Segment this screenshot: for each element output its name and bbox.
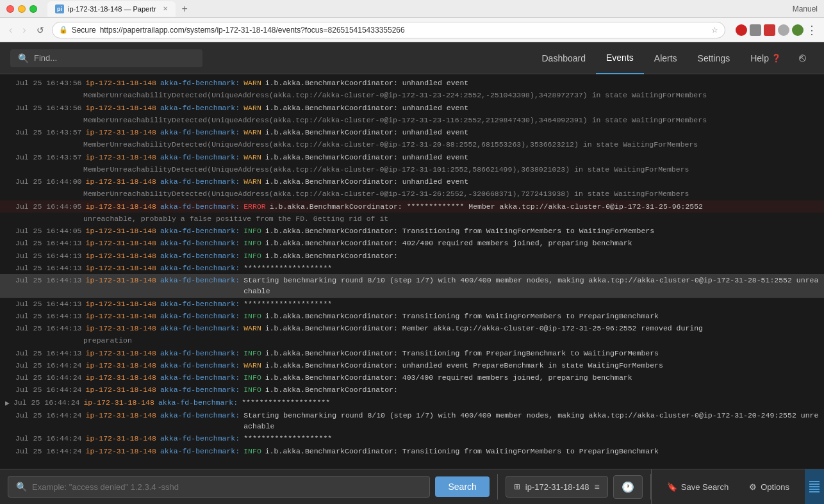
app-header: 🔍 Find... Dashboard Events Alerts Settin…: [0, 42, 824, 74]
header-search-bar[interactable]: 🔍 Find...: [10, 49, 202, 67]
ext-icon-1[interactable]: [736, 24, 747, 36]
log-app: akka-fd-benchmark:: [160, 275, 240, 297]
nav-settings[interactable]: Settings: [688, 42, 741, 74]
log-app: akka-fd-benchmark:: [160, 263, 240, 273]
list-icon: ≡: [595, 482, 600, 492]
log-app: akka-fd-benchmark:: [160, 348, 240, 359]
log-timestamp: Jul 25 16:44:13: [15, 348, 82, 359]
search-icon: 🔍: [18, 53, 29, 63]
nav-dashboard[interactable]: Dashboard: [532, 42, 597, 74]
log-host: ip-172-31-18-148: [86, 384, 156, 395]
reload-button[interactable]: ↺: [34, 24, 47, 37]
address-bar[interactable]: 🔒 Secure https://papertrailapp.com/syste…: [52, 22, 725, 38]
log-timestamp: Jul 25 16:44:13: [15, 323, 82, 334]
search-input[interactable]: [32, 482, 422, 492]
log-continuation: MemberUnreachabilityDetected(UniqueAddre…: [0, 163, 824, 175]
log-host: ip-172-31-18-148: [86, 152, 156, 163]
options-button[interactable]: ⚙ Options: [741, 477, 797, 497]
log-timestamp: Jul 25 16:43:57: [15, 127, 82, 138]
log-host: ip-172-31-18-148: [86, 372, 156, 383]
sidebar-line-1: [809, 481, 820, 482]
minimize-button[interactable]: [18, 5, 26, 13]
tab-close-icon[interactable]: ✕: [163, 5, 168, 12]
log-host: ip-172-31-18-148: [86, 127, 156, 138]
save-section: 🔖 Save Search ⚙ Options: [651, 469, 805, 504]
ext-icon-3[interactable]: [764, 24, 775, 36]
sidebar-right[interactable]: [805, 469, 824, 504]
sidebar-line-5: [809, 491, 820, 492]
log-timestamp: Jul 25 16:44:24: [13, 397, 80, 409]
sidebar-line-3: [809, 486, 820, 487]
log-host: ip-172-31-18-148: [86, 446, 156, 457]
search-button[interactable]: Search: [435, 476, 489, 497]
log-timestamp: Jul 25 16:44:05: [15, 201, 82, 212]
log-timestamp: Jul 25 16:44:13: [15, 275, 82, 297]
nav-events[interactable]: Events: [596, 42, 644, 74]
log-line: Jul 25 16:44:13 ip-172-31-18-148 akka-fd…: [0, 250, 824, 262]
log-timestamp: Jul 25 16:44:00: [15, 176, 82, 187]
sidebar-line-4: [809, 489, 820, 490]
system-section: ⊞ ip-172-31-18-148 ≡ 🕐: [498, 475, 650, 499]
back-button[interactable]: ‹: [6, 23, 15, 37]
log-timestamp: Jul 25 16:44:24: [15, 384, 82, 395]
expand-icon[interactable]: ▶: [5, 398, 10, 409]
log-timestamp: Jul 25 16:44:05: [15, 225, 82, 236]
nav-alerts[interactable]: Alerts: [644, 42, 688, 74]
log-app: akka-fd-benchmark:: [160, 360, 240, 371]
log-host: ip-172-31-18-148: [86, 410, 156, 432]
login-icon[interactable]: ⎋: [791, 51, 814, 65]
clock-button[interactable]: 🕐: [613, 475, 643, 499]
log-line: Jul 25 16:44:24 ip-172-31-18-148 akka-fd…: [0, 445, 824, 457]
log-line: Jul 25 16:43:57 ip-172-31-18-148 akka-fd…: [0, 126, 824, 138]
log-app: akka-fd-benchmark:: [160, 446, 240, 457]
search-input-icon: 🔍: [16, 482, 27, 492]
bottom-bar: 🔍 Search ⊞ ip-172-31-18-148 ≡ 🕐 🔖 Save S…: [0, 469, 824, 504]
log-timestamp: Jul 25 16:44:24: [15, 360, 82, 371]
tab-bar: pi ip-172-31-18-148 — Papertr ✕ +: [47, 1, 789, 17]
nav-help[interactable]: Help ❓: [740, 42, 791, 74]
active-tab[interactable]: pi ip-172-31-18-148 — Papertr ✕: [47, 1, 176, 17]
search-section: 🔍 Search: [0, 476, 497, 498]
log-timestamp: Jul 25 16:44:13: [15, 263, 82, 273]
log-host: ip-172-31-18-148: [86, 238, 156, 248]
log-host: ip-172-31-18-148: [86, 311, 156, 321]
log-continuation: MemberUnreachabilityDetected(UniqueAddre…: [0, 138, 824, 150]
log-timestamp: Jul 25 16:44:13: [15, 298, 82, 309]
ext-icon-5[interactable]: [792, 24, 803, 36]
system-label: ip-172-31-18-148: [525, 482, 589, 492]
sidebar-lines: [809, 481, 820, 492]
fullscreen-button[interactable]: [29, 5, 37, 13]
tab-label: ip-172-31-18-148 — Papertr: [68, 5, 156, 13]
grid-icon: ⊞: [514, 482, 520, 491]
help-icon: ❓: [771, 54, 781, 63]
forward-button[interactable]: ›: [20, 23, 28, 37]
log-host: ip-172-31-18-148: [86, 102, 156, 113]
log-app: akka-fd-benchmark:: [160, 372, 240, 383]
browser-menu-icon[interactable]: ⋮: [806, 23, 818, 37]
log-line: Jul 25 16:44:13 ip-172-31-18-148 akka-fd…: [0, 237, 824, 249]
log-host: ip-172-31-18-148: [86, 323, 156, 334]
log-container[interactable]: Jul 25 16:43:56 ip-172-31-18-148 akka-fd…: [0, 74, 824, 469]
log-app: akka-fd-benchmark:: [160, 238, 240, 248]
ext-icon-4[interactable]: [778, 24, 789, 36]
ext-icon-2[interactable]: [750, 24, 761, 36]
log-app: akka-fd-benchmark:: [160, 384, 240, 395]
log-host: ip-172-31-18-148: [83, 397, 154, 409]
bookmark-icon[interactable]: ☆: [711, 26, 718, 35]
search-input-wrap[interactable]: 🔍: [8, 476, 430, 498]
log-timestamp: Jul 25 16:44:13: [15, 238, 82, 248]
log-app: akka-fd-benchmark:: [160, 311, 240, 321]
log-host: ip-172-31-18-148: [86, 77, 156, 88]
log-app: akka-fd-benchmark:: [160, 298, 240, 309]
gear-icon: ⚙: [749, 482, 757, 492]
log-line: Jul 25 16:44:13 ip-172-31-18-148 akka-fd…: [0, 298, 824, 310]
new-tab-button[interactable]: +: [178, 3, 192, 15]
window-chrome: pi ip-172-31-18-148 — Papertr ✕ + Manuel: [0, 0, 824, 18]
log-line: Jul 25 16:43:56 ip-172-31-18-148 akka-fd…: [0, 77, 824, 89]
log-app: akka-fd-benchmark:: [160, 250, 240, 261]
log-continuation: unreachable, probably a false positive f…: [0, 213, 824, 225]
log-host: ip-172-31-18-148: [86, 176, 156, 187]
save-search-button[interactable]: 🔖 Save Search: [659, 477, 736, 497]
close-button[interactable]: [6, 5, 14, 13]
system-badge[interactable]: ⊞ ip-172-31-18-148 ≡: [506, 476, 608, 498]
